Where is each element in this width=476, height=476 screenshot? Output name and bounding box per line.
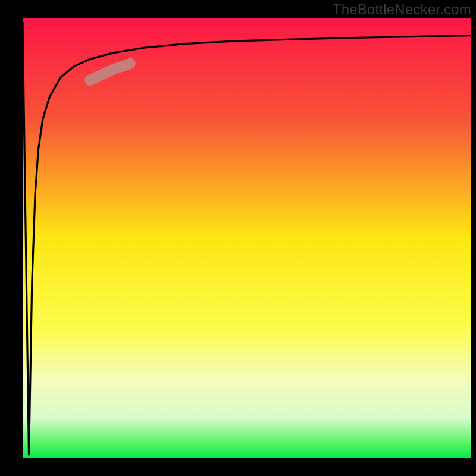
chart-frame: TheBottleNecker.com <box>0 0 476 476</box>
bottleneck-chart <box>0 0 476 476</box>
